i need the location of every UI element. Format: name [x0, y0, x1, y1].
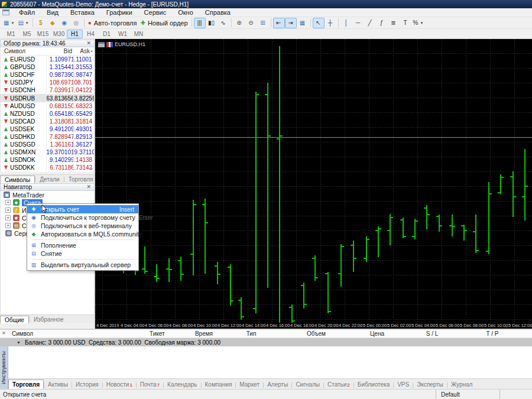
close-icon[interactable]: ✕ — [86, 184, 91, 190]
timeframe-MN[interactable]: MN — [131, 30, 147, 38]
menu-item-Графики[interactable]: Графики — [100, 8, 138, 17]
column-header-Тип[interactable]: Тип — [228, 330, 275, 337]
tab-Избранное[interactable]: Избранное — [30, 316, 68, 323]
symbol-row-USDCNH[interactable]: USDCNH7.039917.04122 — [1, 86, 95, 94]
timeframe-D1[interactable]: D1 — [99, 30, 115, 38]
tab-Детали[interactable]: Детали — [35, 176, 63, 183]
tab-Библиотека[interactable]: Библиотека — [354, 379, 393, 389]
balance-row[interactable]: ▼ Баланс: 3 000.00 USD Средства: 3 000.0… — [0, 338, 532, 346]
tab-Новости[interactable]: Новости1 — [103, 379, 136, 389]
trendline-button[interactable]: ╱ — [364, 18, 376, 28]
symbol-row-USDCHF[interactable]: USDCHF0.987390.98747 — [1, 71, 95, 79]
column-header-S / L[interactable]: S / L — [408, 330, 456, 337]
toolbox-side-tab[interactable]: Инструменты — [0, 346, 8, 389]
tab-Календарь[interactable]: Календарь — [164, 379, 200, 389]
vertical-line-button[interactable]: │ — [340, 18, 352, 28]
autotrading-button[interactable]: ●Авто-торговля — [86, 18, 139, 28]
tab-Торговля[interactable]: Торговля — [8, 379, 44, 389]
context-menu-item[interactable]: ▥Выделить виртуальный сервер — [27, 261, 138, 269]
column-header-Тикет[interactable]: Тикет — [150, 330, 165, 337]
close-icon[interactable]: ✕ — [2, 330, 6, 336]
menu-item-Сервис[interactable]: Сервис — [138, 8, 173, 17]
menu-item-Файл[interactable]: Файл — [13, 8, 41, 17]
expand-icon[interactable]: + — [5, 215, 11, 220]
timeframe-H1[interactable]: H1 — [67, 30, 83, 38]
tab-Символы[interactable]: Символы — [0, 176, 35, 183]
tab-Журнал[interactable]: Журнал — [447, 379, 476, 389]
column-header-ask[interactable]: Ask — [72, 48, 90, 54]
context-menu-item[interactable]: ◎Подключиться к веб-терминалу — [27, 222, 138, 230]
tab-Активы[interactable]: Активы — [44, 379, 72, 389]
tab-Торговля[interactable]: Торговля — [64, 176, 95, 183]
tab-Алерты[interactable]: Алерты — [264, 379, 291, 389]
tab-Статьи[interactable]: Статьи2 — [324, 379, 353, 389]
column-header-Объем[interactable]: Объем — [293, 330, 340, 337]
timeframe-H4[interactable]: H4 — [83, 30, 99, 38]
symbol-row-AUDUSD[interactable]: AUDUSD0.683150.68323 — [1, 102, 95, 110]
crosshair-button[interactable]: ┼ — [325, 18, 336, 28]
cursor-button[interactable]: ↖ — [313, 18, 325, 28]
tab-Эксперты[interactable]: Эксперты — [413, 379, 447, 389]
tab-Сигналы[interactable]: Сигналы — [292, 379, 323, 389]
column-header-Время[interactable]: Время — [180, 330, 228, 337]
column-header-Цена[interactable]: Цена — [353, 330, 401, 337]
navigator-button[interactable]: ◉ — [59, 18, 70, 28]
system-menu-icon[interactable] — [2, 9, 9, 15]
expand-icon[interactable]: + — [5, 207, 11, 213]
timeframe-M1[interactable]: M1 — [3, 30, 19, 38]
context-menu-item[interactable]: ⊟Снятие — [27, 249, 138, 258]
signals-button[interactable]: ◎ — [70, 18, 82, 28]
context-menu-item[interactable]: ◉Подключиться к торговому счетуEnter — [27, 213, 138, 222]
expand-icon[interactable]: + — [5, 223, 11, 228]
zoom-in-button[interactable]: ⊕ — [233, 18, 245, 28]
chart-shift-button[interactable]: ⇥ — [285, 18, 297, 28]
collapse-icon[interactable]: ▼ — [17, 340, 21, 345]
symbol-row-USDHKD[interactable]: USDHKD7.828947.82913 — [1, 133, 95, 141]
symbol-row-USDRUB[interactable]: USDRUB63.8136563.82259 — [1, 94, 95, 102]
tab-VPS[interactable]: VPS — [394, 379, 413, 389]
new-chart-button[interactable]: ▦▼ — [2, 18, 16, 28]
text-button[interactable]: T — [400, 18, 411, 28]
symbol-row-USDMXN[interactable]: USDMXN19.3701019.37110 — [1, 148, 95, 156]
tab-Компания[interactable]: Компания — [202, 379, 236, 389]
column-header-symbol[interactable]: Символ — [1, 48, 45, 54]
column-header-T / P[interactable]: T / P — [469, 330, 516, 337]
new-order-button[interactable]: ✚Новый ордер — [139, 18, 190, 28]
symbol-row-EURUSD[interactable]: EURUSD1.109971.11001 — [1, 56, 95, 63]
symbol-row-USDDKK[interactable]: USDDKK6.731186.73142 — [1, 164, 95, 171]
menu-item-Вид[interactable]: Вид — [41, 8, 64, 17]
scroll-down-icon[interactable]: ▼ — [90, 167, 93, 171]
timeframe-M15[interactable]: M15 — [35, 30, 51, 38]
menu-item-Справка[interactable]: Справка — [199, 8, 236, 17]
fibonacci-button[interactable]: ƒ — [376, 18, 388, 28]
column-header-bid[interactable]: Bid — [45, 48, 72, 54]
symbol-row-USDSEK[interactable]: USDSEK9.491209.49301 — [1, 125, 95, 133]
context-menu-item[interactable]: ◆Авторизоваться в MQL5.community — [27, 230, 138, 238]
zoom-out-button[interactable]: ⊖ — [245, 18, 257, 28]
tab-История[interactable]: История — [72, 379, 102, 389]
profile-selector[interactable]: Default — [436, 390, 499, 399]
market-watch-button[interactable]: $ — [35, 18, 47, 28]
expand-icon[interactable]: + — [5, 200, 11, 205]
tile-windows-button[interactable]: ⊞ — [257, 18, 269, 28]
menu-item-Окно[interactable]: Окно — [172, 8, 199, 17]
symbol-row-GBPUSD[interactable]: GBPUSD1.315441.31553 — [1, 63, 95, 71]
data-window-button[interactable]: ◆ — [47, 18, 59, 28]
profiles-button[interactable]: ▤▼ — [16, 18, 30, 28]
context-menu-item[interactable]: ⊞Пополнение — [27, 241, 138, 249]
horizontal-line-button[interactable]: ─ — [352, 18, 364, 28]
auto-scroll-button[interactable]: ⇤ — [273, 18, 285, 28]
timeframe-M30[interactable]: M30 — [51, 30, 67, 38]
chart-window[interactable]: EURUSD,H1 4 Dec 20194 Dec 04:004 Dec 06:… — [95, 39, 532, 329]
timeframe-M5[interactable]: M5 — [19, 30, 35, 38]
menu-item-Вставка[interactable]: Вставка — [64, 8, 100, 17]
column-header-Символ[interactable]: Символ — [12, 330, 33, 337]
channel-button[interactable]: ≣ — [388, 18, 400, 28]
tab-Общие[interactable]: Общие — [0, 316, 29, 323]
price-chart[interactable] — [95, 39, 532, 323]
tab-Маркет[interactable]: Маркет — [236, 379, 263, 389]
chart-bars-button[interactable]: ||| — [194, 18, 206, 28]
tab-Почта[interactable]: Почта7 — [137, 379, 163, 389]
symbol-row-USDSGD[interactable]: USDSGD1.361161.36127 — [1, 141, 95, 148]
objects-button[interactable]: %▼ — [411, 18, 426, 28]
